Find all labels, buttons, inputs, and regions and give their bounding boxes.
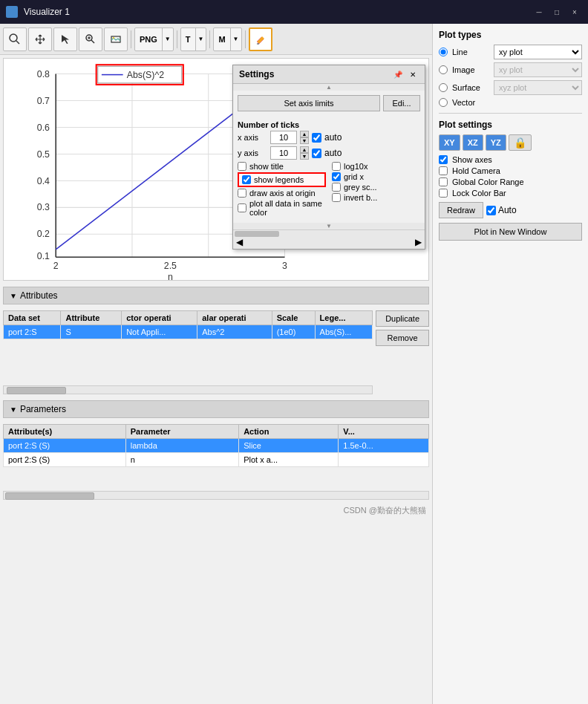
global-color-range-checkbox[interactable] — [439, 177, 448, 186]
param-col-value: V... — [339, 425, 429, 439]
svg-text:0.6: 0.6 — [37, 123, 50, 133]
parameters-section-header[interactable]: ▼ Parameters — [3, 400, 429, 418]
lock-color-bar-checkbox[interactable] — [439, 189, 448, 198]
param-cell-attributes: port 2:S (S) — [4, 439, 126, 453]
param-cell-attributes: port 2:S (S) — [4, 453, 126, 467]
image-dropdown[interactable]: xy plot — [494, 62, 582, 77]
grid-x-label: grid x — [344, 172, 364, 181]
settings-close-button[interactable]: ✕ — [407, 68, 419, 80]
duplicate-button[interactable]: Duplicate — [376, 310, 429, 327]
redraw-button[interactable]: Redraw — [439, 202, 483, 218]
auto-checkbox[interactable] — [486, 206, 496, 215]
vector-radio-row: Vector — [439, 98, 582, 107]
cell-dataset: port 2:S — [4, 325, 61, 339]
show-axes-label: Show axes — [452, 155, 492, 164]
select-button[interactable] — [53, 27, 77, 51]
settings-pin-button[interactable]: 📌 — [392, 68, 404, 80]
invert-checkbox[interactable] — [332, 193, 341, 202]
xz-button[interactable]: XZ — [463, 134, 483, 151]
settings-body: Set axis limits Edi... Number of ticks x… — [233, 91, 425, 223]
text-dropdown[interactable]: T ▼ — [180, 27, 207, 51]
y-axis-auto-checkbox[interactable] — [312, 149, 321, 158]
col-ctor: ctor operati — [122, 311, 197, 325]
settings-scroll[interactable] — [233, 229, 425, 237]
attributes-table: Data set Attribute ctor operati alar ope… — [3, 310, 373, 339]
x-axis-auto-checkbox[interactable] — [312, 133, 321, 143]
log10x-checkbox[interactable] — [332, 162, 341, 171]
png-label: PNG — [135, 35, 162, 44]
edit-button[interactable] — [249, 27, 272, 51]
scroll-arrows: ◀ ▶ — [233, 237, 425, 249]
minimize-button[interactable]: ─ — [532, 4, 546, 19]
scroll-right-arrow[interactable]: ▶ — [415, 237, 422, 247]
separator-4 — [245, 30, 246, 48]
scroll-down-indicator[interactable]: ▼ — [233, 223, 425, 229]
draw-axis-checkbox[interactable] — [238, 189, 246, 198]
table-row[interactable]: port 2:S (S) n Plot x a... — [4, 453, 429, 467]
params-header-row: Attribute(s) Parameter Action V... — [4, 425, 429, 439]
edit-button-settings[interactable]: Edi... — [383, 95, 420, 111]
y-axis-ticks-input[interactable] — [270, 146, 297, 160]
grid-x-checkbox[interactable] — [332, 172, 341, 181]
attributes-scrollbar[interactable] — [3, 385, 373, 394]
show-legends-checkbox[interactable] — [242, 175, 251, 184]
yz-button[interactable]: YZ — [486, 134, 506, 151]
grey-scale-checkbox[interactable] — [332, 183, 341, 192]
image-radio[interactable] — [439, 65, 448, 74]
plot-types-title: Plot types — [439, 30, 582, 40]
x-axis-ticks-input[interactable] — [270, 131, 297, 144]
param-cell-action: Slice — [239, 439, 339, 453]
remove-button[interactable]: Remove — [376, 330, 429, 346]
y-axis-label: y axis — [238, 149, 267, 157]
surface-label: Surface — [452, 83, 489, 92]
lock-button[interactable]: 🔒 — [509, 134, 532, 151]
show-axes-checkbox[interactable] — [439, 155, 448, 164]
svg-text:3: 3 — [282, 261, 287, 271]
table-row[interactable]: port 2:S S Not Appli... Abs^2 (1e0) Abs(… — [4, 325, 373, 339]
x-axis-up-button[interactable]: ▲ — [300, 131, 309, 137]
attributes-section-header[interactable]: ▼ Attributes — [3, 287, 429, 304]
svg-text:0.2: 0.2 — [37, 229, 50, 239]
search-button[interactable] — [3, 27, 27, 51]
params-scrollbar[interactable] — [3, 491, 429, 500]
plot-settings-title: Plot settings — [439, 120, 582, 130]
png-dropdown[interactable]: PNG ▼ — [134, 27, 174, 51]
window-title: Visualizer 1 — [24, 7, 526, 17]
hold-camera-checkbox[interactable] — [439, 166, 448, 175]
show-title-checkbox[interactable] — [238, 162, 246, 171]
plot-in-new-window-button[interactable]: Plot in New Window — [439, 223, 582, 241]
global-color-range-row: Global Color Range — [439, 177, 582, 186]
hold-camera-row: Hold Camera — [439, 166, 582, 175]
zoom-button[interactable] — [79, 27, 102, 51]
action-buttons: Duplicate Remove — [376, 310, 429, 394]
image-button[interactable] — [104, 27, 128, 51]
y-axis-up-button[interactable]: ▲ — [300, 146, 309, 153]
move-icon — [34, 33, 46, 45]
table-row[interactable]: port 2:S (S) lambda Slice 1.5e-0... — [4, 439, 429, 453]
cell-ctor: Not Appli... — [122, 325, 197, 339]
vector-radio[interactable] — [439, 98, 448, 107]
move-button[interactable] — [28, 27, 52, 51]
col-attribute: Attribute — [61, 311, 122, 325]
attributes-scrollbar-thumb — [7, 387, 66, 394]
svg-text:0.1: 0.1 — [37, 251, 50, 261]
m-dropdown[interactable]: M ▼ — [213, 27, 241, 51]
scroll-up-indicator[interactable]: ▲ — [233, 84, 425, 91]
surface-dropdown[interactable]: xyz plot — [494, 80, 582, 95]
line-dropdown[interactable]: xy plot — [494, 45, 582, 59]
set-axis-limits-button[interactable]: Set axis limits — [238, 95, 380, 111]
y-axis-down-button[interactable]: ▼ — [300, 153, 309, 160]
maximize-button[interactable]: □ — [549, 4, 564, 19]
plot-all-data-checkbox[interactable] — [238, 203, 246, 212]
svg-text:0.8: 0.8 — [37, 69, 50, 79]
auto-label: Auto — [498, 205, 517, 215]
x-axis-down-button[interactable]: ▼ — [300, 137, 309, 144]
xy-button[interactable]: XY — [439, 134, 460, 151]
scroll-left-arrow[interactable]: ◀ — [236, 237, 243, 247]
surface-radio[interactable] — [439, 83, 448, 92]
surface-radio-row: Surface xyz plot — [439, 80, 582, 95]
edit-icon — [255, 34, 266, 45]
line-radio[interactable] — [439, 48, 448, 56]
close-button[interactable]: × — [567, 4, 582, 19]
svg-text:0.3: 0.3 — [37, 202, 50, 212]
